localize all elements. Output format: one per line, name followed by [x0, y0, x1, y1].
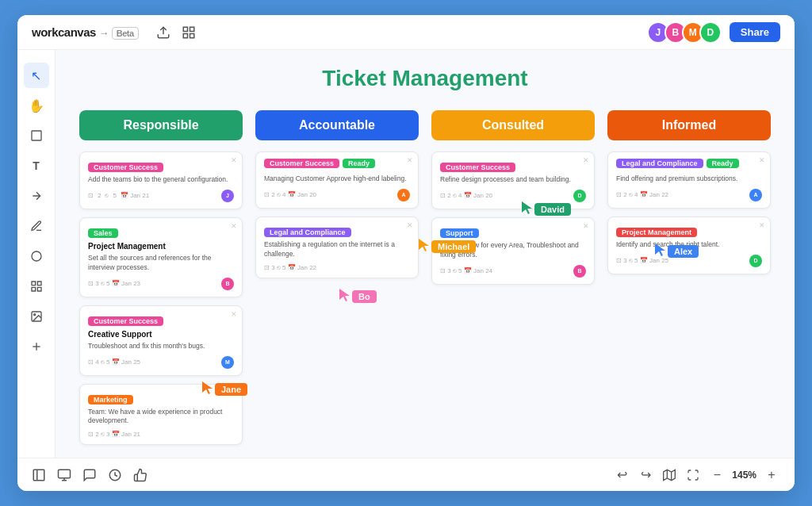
card-tag: Project Management	[616, 228, 697, 237]
svg-rect-18	[59, 470, 71, 478]
frame-tool[interactable]	[24, 123, 49, 148]
card-i1[interactable]: ✕ Legal and Compliance Ready Find offeri…	[607, 151, 771, 209]
pen-tool[interactable]	[24, 213, 49, 239]
card-a2[interactable]: ✕ Legal and Compliance Establishing a re…	[255, 217, 419, 278]
col-header-accountable: Accountable	[255, 110, 419, 140]
card-avatar: A	[749, 189, 762, 201]
share-button[interactable]: Share	[730, 22, 780, 42]
card-meta: ⊡ 3 ⎋ 5 📅 Jan 23	[88, 280, 140, 287]
card-title: Project Management	[88, 241, 234, 251]
card-tag: Customer Success	[88, 316, 163, 326]
card-tag2: Ready	[343, 159, 375, 168]
avatar-4: D	[699, 21, 722, 44]
close-icon[interactable]: ✕	[231, 156, 237, 164]
grid-view-icon[interactable]	[180, 24, 197, 41]
meta-icon: ⊡	[88, 192, 94, 199]
columns-grid: Responsible ✕ Customer Success Add the t…	[79, 110, 771, 445]
card-meta: ⊡2 ⎋5 📅 Jan 21	[88, 192, 149, 199]
meta-text: ⊡ 2 ⎋ 4 📅 Jan 20	[440, 192, 492, 199]
page-title: Ticket Management	[79, 66, 771, 91]
canvas-area: ↖ ✋ T	[17, 50, 795, 458]
screen-icon[interactable]	[57, 468, 71, 482]
close-icon[interactable]: ✕	[231, 310, 237, 318]
card-meta: ⊡ 2 ⎋ 4 📅 Jan 20	[440, 192, 492, 199]
meta-text: ⊡ 3 ⎋ 5 📅 Jan 22	[264, 264, 316, 271]
card-tag: Sales	[88, 228, 118, 238]
card-avatar: J	[221, 190, 234, 202]
close-icon[interactable]: ✕	[231, 222, 237, 230]
logo-canvas: canvas	[58, 25, 96, 39]
card-tag2: Ready	[707, 159, 739, 168]
upload-icon[interactable]	[155, 24, 172, 41]
beta-badge: Beta	[112, 27, 139, 40]
meta-text: 2	[98, 192, 101, 199]
card-meta: ⊡ 3 ⎋ 5 📅 Jan 22	[264, 264, 316, 271]
svg-rect-1	[183, 27, 187, 31]
image-tool[interactable]	[24, 304, 49, 329]
card-c2[interactable]: ✕ Support Support view for every Area, T…	[431, 217, 595, 285]
connector-tool[interactable]	[24, 183, 49, 209]
logo-arrow: →	[99, 27, 109, 39]
close-icon[interactable]: ✕	[583, 156, 589, 164]
card-r3[interactable]: ✕ Customer Success Creative Support Trou…	[79, 305, 243, 376]
timer-icon[interactable]	[108, 468, 122, 482]
redo-button[interactable]: ↪	[637, 466, 654, 484]
close-icon[interactable]: ✕	[407, 221, 413, 229]
card-footer: ⊡ 2 ⎋ 4 📅 Jan 20 A	[264, 189, 410, 201]
card-meta: ⊡ 3 ⎋ 5 📅 Jan 24	[440, 267, 492, 274]
card-avatar: B	[221, 278, 234, 290]
meta-icon2: ⎋	[105, 192, 109, 199]
meta-text: ⊡ 3 ⎋ 5 📅 Jan 23	[88, 280, 140, 287]
card-footer: ⊡ 4 ⎋ 5 📅 Jan 25 M	[88, 356, 234, 369]
svg-point-6	[32, 251, 41, 261]
card-tag: Marketing	[88, 395, 133, 404]
undo-button[interactable]: ↩	[613, 466, 630, 484]
svg-rect-2	[190, 27, 193, 31]
card-tag: Customer Success	[440, 163, 515, 172]
close-icon[interactable]: ✕	[231, 389, 237, 397]
col-header-consulted: Consulted	[431, 110, 595, 140]
card-i2[interactable]: ✕ Project Management Identify and search…	[607, 217, 771, 274]
comment-icon[interactable]	[82, 468, 97, 482]
col-header-responsible: Responsible	[79, 110, 243, 140]
card-a1[interactable]: ✕ Customer Success Ready Managing Custom…	[255, 151, 419, 209]
zoom-out-button[interactable]: −	[708, 466, 726, 484]
card-footer: ⊡ 2 ⎋ 4 📅 Jan 22 A	[616, 189, 762, 201]
topbar-right: J B M D Share	[647, 21, 780, 44]
panel-icon[interactable]	[32, 468, 46, 482]
card-c1[interactable]: ✕ Customer Success Refine design process…	[431, 151, 595, 209]
card-desc: Identify and search the right talent.	[616, 240, 762, 250]
close-icon[interactable]: ✕	[407, 156, 413, 164]
add-tool[interactable]	[24, 334, 49, 359]
cursor-tool[interactable]: ↖	[24, 63, 49, 88]
fit-width-icon[interactable]	[684, 466, 702, 484]
card-r4[interactable]: ✕ Marketing Team: We have a wide experie…	[79, 384, 243, 446]
card-footer: ⊡ 3 ⎋ 5 📅 Jan 23 B	[88, 278, 234, 290]
shape-tool[interactable]	[24, 243, 49, 269]
like-icon[interactable]	[133, 468, 147, 482]
card-r1[interactable]: ✕ Customer Success Add the teams bio to …	[79, 151, 243, 209]
zoom-in-button[interactable]: +	[763, 466, 780, 484]
text-tool[interactable]: T	[24, 153, 49, 178]
logo: workcanvas → Beta	[32, 25, 139, 39]
close-icon[interactable]: ✕	[759, 156, 765, 164]
svg-rect-5	[32, 131, 41, 140]
hand-tool[interactable]: ✋	[24, 93, 49, 118]
grid-tool[interactable]	[24, 274, 49, 299]
card-footer: ⊡ 2 ⎋ 3 📅 Jan 21	[88, 431, 234, 438]
svg-point-8	[33, 314, 35, 316]
map-icon[interactable]	[661, 466, 678, 484]
card-desc: Managing Customer Approve high-end label…	[264, 174, 410, 184]
svg-rect-4	[190, 33, 193, 37]
svg-marker-22	[664, 470, 676, 480]
card-tag: Support	[440, 228, 479, 238]
close-icon[interactable]: ✕	[759, 221, 765, 229]
card-r2[interactable]: ✕ Sales Project Management Set all the s…	[79, 217, 243, 297]
meta-text: ⊡ 4 ⎋ 5 📅 Jan 25	[88, 358, 140, 366]
topbar: workcanvas → Beta J B M D Share	[17, 15, 795, 50]
close-icon[interactable]: ✕	[583, 222, 589, 230]
card-avatar: D	[573, 190, 586, 202]
card-meta: ⊡ 2 ⎋ 4 📅 Jan 22	[616, 191, 668, 198]
meta-text: ⊡ 2 ⎋ 3 📅 Jan 21	[88, 431, 140, 438]
canvas-content: Ticket Management Responsible ✕ Customer…	[56, 50, 795, 458]
